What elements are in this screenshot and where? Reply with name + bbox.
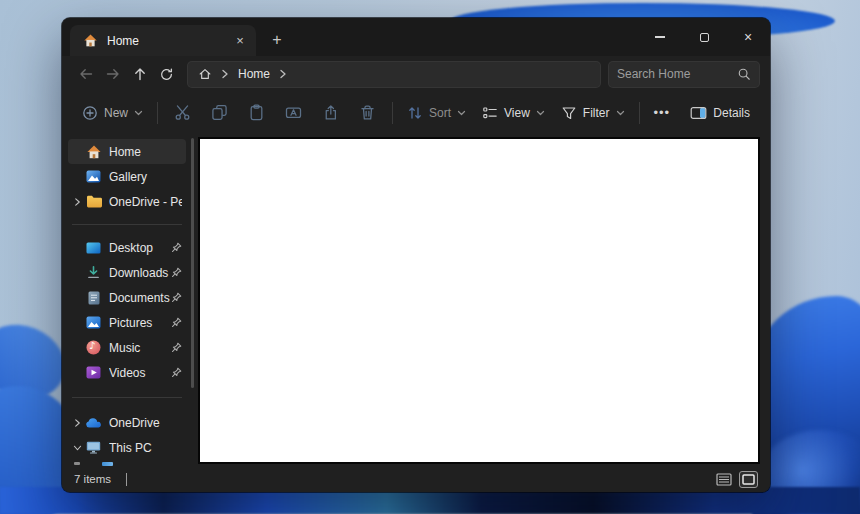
tab-home[interactable]: Home × — [70, 25, 256, 56]
desktop-icon — [85, 239, 102, 256]
minimize-icon — [655, 36, 665, 37]
minimize-button[interactable] — [638, 18, 682, 56]
details-pane-icon — [690, 106, 707, 120]
share-icon — [322, 104, 339, 121]
pictures-icon — [85, 314, 102, 331]
sidebar-item-this-pc[interactable]: This PC — [68, 435, 186, 460]
music-icon: ♪ — [85, 339, 102, 356]
sidebar-item-label: Desktop — [109, 241, 171, 255]
toolbar-separator — [157, 102, 158, 124]
status-bar: 7 items — [62, 466, 770, 492]
chevron-right-icon — [279, 69, 287, 79]
sidebar-divider — [72, 224, 182, 225]
new-button[interactable]: New — [74, 98, 151, 128]
paste-button[interactable] — [238, 98, 275, 128]
window-controls: × — [638, 18, 770, 56]
chevron-down-icon[interactable] — [70, 440, 85, 455]
view-icon — [482, 105, 498, 121]
sidebar-item-clipped[interactable] — [68, 460, 186, 466]
sidebar-scrollbar[interactable] — [191, 138, 194, 388]
folder-icon — [85, 193, 102, 210]
file-list-canvas[interactable] — [198, 137, 760, 464]
content-area: Home Gallery OneDrive - Perso — [62, 133, 770, 466]
clipped-chevron-fragment — [74, 462, 80, 465]
sidebar-item-videos[interactable]: Videos — [68, 360, 186, 385]
sidebar-item-label: OneDrive - Perso — [109, 195, 182, 209]
sidebar-item-label: OneDrive — [109, 416, 182, 430]
delete-button[interactable] — [349, 98, 386, 128]
breadcrumb-home-icon — [198, 67, 212, 81]
filter-button[interactable]: Filter — [553, 98, 633, 128]
rename-button[interactable] — [275, 98, 312, 128]
forward-icon — [105, 66, 121, 82]
details-pane-button[interactable]: Details — [682, 98, 758, 128]
sidebar-item-downloads[interactable]: Downloads — [68, 260, 186, 285]
maximize-button[interactable] — [682, 18, 726, 56]
sidebar-item-label: Home — [109, 145, 182, 159]
onedrive-cloud-icon — [85, 414, 102, 431]
back-button[interactable] — [72, 61, 99, 88]
sidebar-item-music[interactable]: ♪ Music — [68, 335, 186, 360]
sidebar-item-label: Downloads — [109, 266, 171, 280]
new-label: New — [104, 106, 128, 120]
pin-icon — [171, 367, 182, 378]
new-plus-icon — [82, 105, 98, 121]
sidebar-item-onedrive[interactable]: OneDrive — [68, 410, 186, 435]
details-view-button[interactable] — [716, 473, 732, 486]
details-view-icon — [716, 473, 732, 486]
details-label: Details — [713, 106, 750, 120]
copy-button[interactable] — [201, 98, 238, 128]
sidebar-item-desktop[interactable]: Desktop — [68, 235, 186, 260]
pin-icon — [171, 317, 182, 328]
sidebar-item-gallery[interactable]: Gallery — [68, 164, 186, 189]
see-more-button[interactable]: ••• — [646, 98, 679, 128]
sidebar-item-label: Music — [109, 341, 171, 355]
search-input[interactable] — [617, 67, 737, 81]
sort-label: Sort — [429, 106, 451, 120]
navigation-sidebar: Home Gallery OneDrive - Perso — [62, 133, 196, 466]
more-icon: ••• — [654, 105, 671, 120]
toolbar: New Sort View — [62, 92, 770, 133]
gallery-icon — [85, 168, 102, 185]
cut-button[interactable] — [164, 98, 201, 128]
home-icon — [85, 143, 102, 160]
search-box[interactable] — [608, 61, 760, 88]
sort-button[interactable]: Sort — [399, 98, 474, 128]
pin-icon — [171, 267, 182, 278]
file-list-area — [196, 133, 770, 466]
breadcrumb-segment[interactable]: Home — [238, 67, 270, 81]
titlebar[interactable]: Home × + × — [62, 18, 770, 56]
sidebar-item-documents[interactable]: Documents — [68, 285, 186, 310]
refresh-icon — [159, 67, 174, 82]
chevron-down-icon — [616, 110, 625, 116]
sidebar-item-label: Pictures — [109, 316, 171, 330]
forward-button[interactable] — [99, 61, 126, 88]
sidebar-item-label: Gallery — [109, 170, 182, 184]
rename-icon — [285, 104, 302, 121]
sidebar-item-home[interactable]: Home — [68, 139, 186, 164]
sidebar-item-label: This PC — [109, 441, 182, 455]
chevron-right-icon — [221, 69, 229, 79]
sidebar-item-onedrive-personal[interactable]: OneDrive - Perso — [68, 189, 186, 214]
close-button[interactable]: × — [726, 18, 770, 56]
view-label: View — [504, 106, 530, 120]
sidebar-item-label: Documents — [109, 291, 171, 305]
large-thumbnails-view-button[interactable] — [739, 471, 758, 488]
refresh-button[interactable] — [153, 61, 180, 88]
breadcrumb[interactable]: Home — [187, 61, 601, 88]
share-button[interactable] — [312, 98, 349, 128]
sidebar-item-pictures[interactable]: Pictures — [68, 310, 186, 335]
new-tab-button[interactable]: + — [262, 27, 292, 53]
up-icon — [132, 66, 148, 82]
chevron-right-icon[interactable] — [70, 415, 85, 430]
toolbar-separator — [639, 102, 640, 124]
chevron-right-icon[interactable] — [70, 194, 85, 209]
paste-icon — [248, 104, 265, 121]
view-button[interactable]: View — [474, 98, 553, 128]
back-icon — [78, 66, 94, 82]
tab-close-button[interactable]: × — [231, 32, 249, 50]
large-thumbnails-view-icon — [742, 474, 755, 485]
sort-icon — [407, 105, 423, 121]
up-button[interactable] — [126, 61, 153, 88]
clipped-drive-icon-fragment — [102, 462, 113, 466]
